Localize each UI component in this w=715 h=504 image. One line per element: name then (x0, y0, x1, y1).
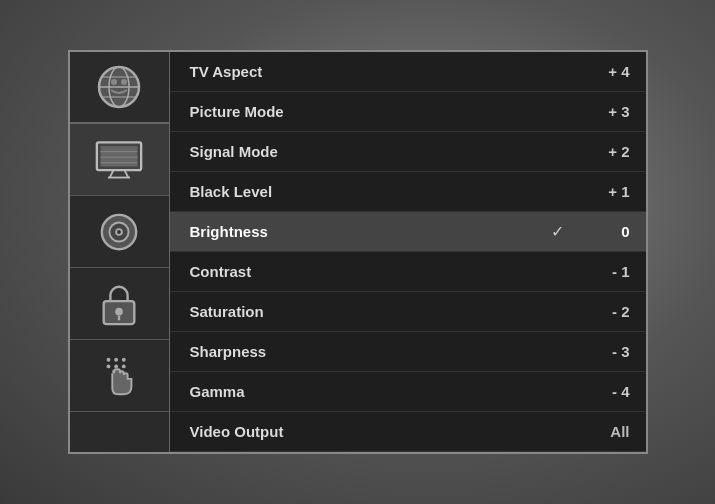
sidebar (70, 52, 170, 452)
menu-label-picture-mode: Picture Mode (190, 103, 546, 120)
menu-label-signal-mode: Signal Mode (190, 143, 546, 160)
menu-row-tv-aspect[interactable]: TV Aspect+ 4 (170, 52, 646, 92)
menu-label-tv-aspect: TV Aspect (190, 63, 546, 80)
menu-label-saturation: Saturation (190, 303, 546, 320)
svg-point-25 (107, 364, 111, 368)
menu-row-sharpness[interactable]: Sharpness- 3 (170, 332, 646, 372)
sidebar-item-lock[interactable] (70, 268, 169, 340)
svg-point-27 (122, 364, 126, 368)
speaker-icon (98, 211, 140, 253)
menu-value-gamma: - 4 (570, 383, 630, 400)
sidebar-item-speaker[interactable] (70, 196, 169, 268)
menu-label-gamma: Gamma (190, 383, 546, 400)
monitor-icon (95, 140, 143, 180)
menu-value-saturation: - 2 (570, 303, 630, 320)
sidebar-item-monitor[interactable] (70, 124, 169, 196)
sidebar-item-globe[interactable] (70, 52, 169, 124)
menu-row-picture-mode[interactable]: Picture Mode+ 3 (170, 92, 646, 132)
menu-value-tv-aspect: + 4 (570, 63, 630, 80)
hand-icon (98, 354, 140, 398)
svg-point-20 (115, 307, 123, 315)
menu-row-black-level[interactable]: Black Level+ 1 (170, 172, 646, 212)
menu-value-picture-mode: + 3 (570, 103, 630, 120)
menu-label-video-output: Video Output (190, 423, 546, 440)
menu-row-signal-mode[interactable]: Signal Mode+ 2 (170, 132, 646, 172)
menu-value-black-level: + 1 (570, 183, 630, 200)
svg-point-22 (107, 357, 111, 361)
menu-value-brightness: 0 (570, 223, 630, 240)
svg-point-5 (111, 79, 117, 85)
menu-row-video-output[interactable]: Video OutputAll (170, 412, 646, 452)
menu-value-signal-mode: + 2 (570, 143, 630, 160)
menu-value-contrast: - 1 (570, 263, 630, 280)
menu-label-black-level: Black Level (190, 183, 546, 200)
menu-label-sharpness: Sharpness (190, 343, 546, 360)
menu-row-brightness[interactable]: Brightness✓0 (170, 212, 646, 252)
svg-point-18 (117, 230, 121, 234)
menu-row-contrast[interactable]: Contrast- 1 (170, 252, 646, 292)
menu-label-contrast: Contrast (190, 263, 546, 280)
svg-point-24 (122, 357, 126, 361)
main-menu: TV Aspect+ 4Picture Mode+ 3Signal Mode+ … (68, 50, 648, 454)
svg-point-26 (114, 364, 118, 368)
menu-value-sharpness: - 3 (570, 343, 630, 360)
sidebar-item-hand[interactable] (70, 340, 169, 412)
svg-point-23 (114, 357, 118, 361)
menu-label-brightness: Brightness (190, 223, 546, 240)
svg-point-6 (121, 79, 127, 85)
globe-icon (95, 63, 143, 111)
menu-row-gamma[interactable]: Gamma- 4 (170, 372, 646, 412)
svg-rect-8 (101, 146, 138, 166)
menu-row-saturation[interactable]: Saturation- 2 (170, 292, 646, 332)
menu-list: TV Aspect+ 4Picture Mode+ 3Signal Mode+ … (170, 52, 646, 452)
menu-check-brightness: ✓ (546, 222, 570, 241)
menu-value-video-output: All (570, 423, 630, 440)
lock-icon (101, 282, 137, 326)
